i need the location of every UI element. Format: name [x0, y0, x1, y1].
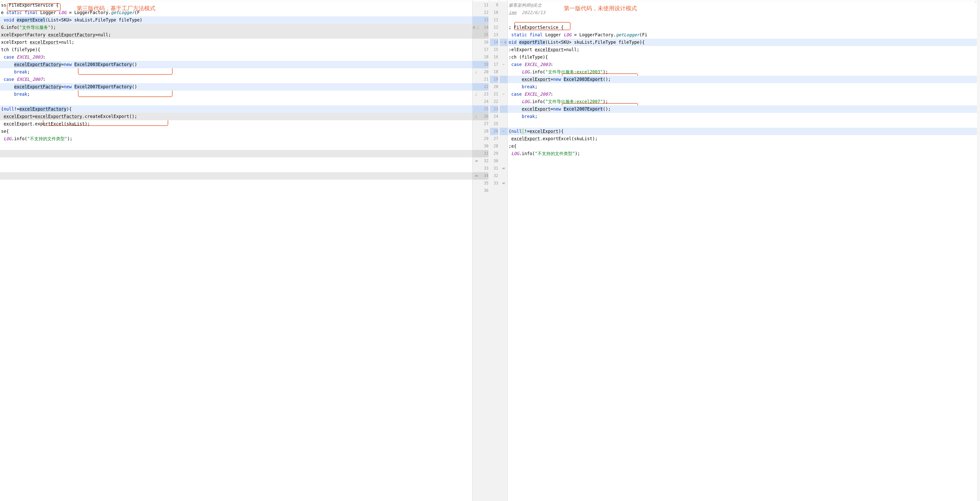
- keyword: break: [14, 69, 27, 75]
- code-text: (): [132, 62, 137, 67]
- field: LOG: [564, 32, 571, 37]
- code-text: se{: [1, 129, 9, 134]
- indent: [509, 84, 522, 89]
- gutter-right-icons: ⌐ @⌐⌐⌐≪≪: [500, 0, 508, 501]
- code-text: :: [43, 54, 46, 60]
- keyword: null: [511, 129, 522, 134]
- gutter-left-icons: @ ⏌⏌⏌⏌≫≫: [473, 0, 480, 501]
- variable: excelExport: [530, 129, 558, 134]
- variable: excelExport: [522, 107, 550, 112]
- code-text: =: [550, 107, 553, 112]
- keyword: new: [64, 62, 75, 67]
- variable: excelExport: [3, 114, 32, 119]
- method: .info(: [3, 25, 19, 30]
- variable: excelExportFactory: [14, 84, 61, 89]
- code-text: =: [32, 114, 35, 119]
- method: .exportExcel(skuList);: [540, 136, 598, 141]
- comment: 极客架构师@吴念: [509, 3, 542, 8]
- string: "文件导出服务:excel2003": [545, 69, 603, 75]
- method-name: exportFile: [519, 40, 545, 45]
- code-text: =: [61, 62, 64, 67]
- code-text: {: [53, 3, 59, 8]
- code-text: G: [1, 25, 3, 30]
- code-text: ){: [67, 107, 72, 112]
- constant: EXCEL_2007: [17, 77, 43, 82]
- type: Logger: [545, 32, 564, 37]
- code-text: :: [43, 77, 46, 82]
- code-text: );: [603, 69, 608, 75]
- indent: [1, 62, 14, 67]
- field: LOG: [522, 99, 530, 104]
- method: .info(: [519, 151, 535, 156]
- code-text: !=: [524, 129, 529, 134]
- code-text: ();: [603, 107, 611, 112]
- left-pane[interactable]: ⚠ 第三版代码，基于工厂方法模式 ss FileExportService { …: [0, 0, 473, 501]
- indent: [1, 136, 3, 141]
- method: .info(: [530, 69, 545, 75]
- right-code[interactable]: 极客架构师@吴念 ime 2022/6/13 ; FileExportServi…: [508, 2, 980, 195]
- indent: [509, 69, 522, 75]
- method: .createExcelExport();: [82, 114, 137, 119]
- variable: excelExportFactory: [35, 114, 82, 119]
- variable: excelExportFactory: [14, 62, 61, 67]
- field: LOG: [522, 69, 530, 75]
- code-text: = LoggerFactory.: [571, 32, 616, 37]
- keyword: case: [1, 77, 17, 82]
- scrollbar-stripe[interactable]: [977, 0, 980, 501]
- code-text: (: [509, 129, 511, 134]
- keyword: static final: [509, 32, 545, 37]
- code-text: =: [61, 84, 64, 89]
- type: xcelExportFactory: [1, 32, 48, 37]
- code-text: ;: [509, 25, 514, 30]
- code-text: :: [550, 92, 553, 97]
- code-text: =null;: [95, 32, 111, 37]
- code-text: (Fi: [640, 32, 648, 37]
- code-text: :ch (fileType){: [509, 54, 548, 60]
- comment-date: 2022/6/13: [517, 10, 546, 15]
- left-code[interactable]: ss FileExportService { e static final Lo…: [0, 2, 473, 195]
- string: "不支持的文件类型": [535, 151, 574, 156]
- code-text: );: [51, 25, 56, 30]
- variable: excelExportFactory: [19, 107, 67, 112]
- keyword: case: [1, 54, 17, 60]
- keyword: oid: [509, 40, 519, 45]
- method: getLogger: [616, 32, 640, 37]
- class-name: Excel2007ExportFactory: [75, 84, 132, 89]
- constant: EXCEL_2003: [17, 54, 43, 60]
- indent: [1, 121, 3, 126]
- code-text: ();: [603, 77, 611, 82]
- keyword: break: [14, 92, 27, 97]
- right-pane[interactable]: ⚠ 第一版代码，未使用设计模式 极客架构师@吴念 ime 2022/6/13 ;…: [508, 0, 980, 501]
- code-text: (: [1, 107, 3, 112]
- field: LOG: [3, 136, 11, 141]
- code-text: );: [575, 151, 580, 156]
- keyword: break: [522, 114, 535, 119]
- keyword: case: [509, 92, 524, 97]
- string: "不支持的文件类型": [27, 136, 67, 141]
- code-text: {: [558, 25, 563, 30]
- indent: [509, 77, 522, 82]
- method: .info(: [11, 136, 27, 141]
- code-text: ;: [535, 84, 537, 89]
- code-text: :: [550, 62, 553, 67]
- indent: [1, 69, 14, 75]
- keyword: void: [1, 18, 17, 22]
- keyword: new: [553, 107, 564, 112]
- code-text: =null;: [564, 47, 579, 52]
- gutter-left-numbers: 1112131415161718192021222324252627282930…: [480, 0, 490, 501]
- string: "文件导出服务": [19, 25, 51, 30]
- variable: excelExport: [3, 121, 32, 126]
- variable: excelExport: [522, 77, 550, 82]
- indent: [1, 84, 14, 89]
- string: "文件导出服务:excel2007": [545, 99, 603, 104]
- comment: ime: [509, 10, 517, 15]
- indent: [1, 114, 3, 119]
- indent: [509, 99, 522, 104]
- gutter[interactable]: @ ⏌⏌⏌⏌≫≫ 1112131415161718192021222324252…: [473, 0, 508, 501]
- code-text: !=: [14, 107, 19, 112]
- keyword: static final: [6, 10, 40, 15]
- indent: [1, 92, 14, 97]
- indent: [509, 107, 522, 112]
- code-text: =null;: [59, 40, 74, 45]
- keyword: null: [3, 107, 14, 112]
